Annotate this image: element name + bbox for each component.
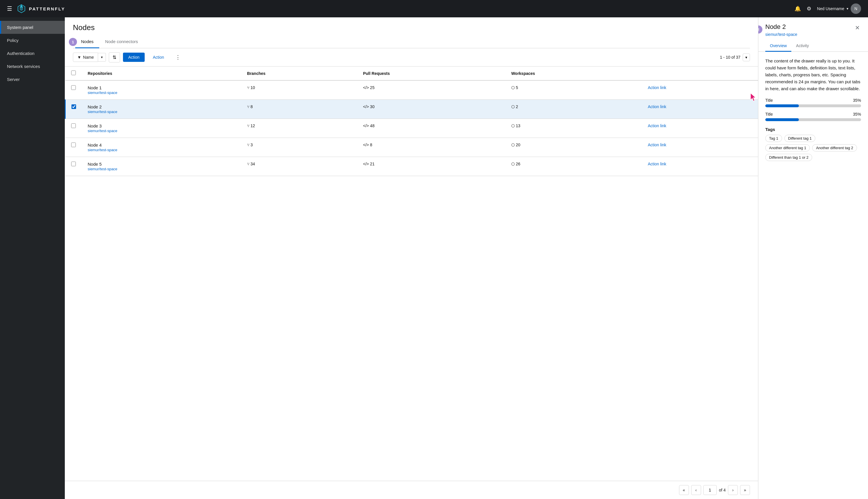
row-action-cell: Action link xyxy=(642,157,758,176)
sidebar-item-authentication[interactable]: Authentication xyxy=(0,47,65,60)
kebab-menu-button[interactable]: ⋮ xyxy=(172,52,184,63)
row-checkbox[interactable] xyxy=(71,162,76,166)
topnav-actions: 🔔 ⚙ Ned Username ▾ N xyxy=(795,3,861,14)
row-ws-cell: ⬡ 13 xyxy=(506,119,642,138)
page-number-input[interactable] xyxy=(703,485,717,495)
drawer-close-button[interactable]: ✕ xyxy=(854,23,861,32)
ws-value: ⬡ 2 xyxy=(511,105,518,109)
node-link[interactable]: siemur/test-space xyxy=(88,167,118,171)
page-title: Nodes xyxy=(73,23,750,32)
node-name: Node 2 xyxy=(88,105,236,109)
action-link[interactable]: Action link xyxy=(648,105,666,109)
sidebar-item-system-panel[interactable]: System panel xyxy=(0,21,65,34)
node-link[interactable]: siemur/test-space xyxy=(88,129,118,133)
row-checkbox-cell xyxy=(66,157,82,176)
node-name: Node 3 xyxy=(88,123,236,129)
progress-label: Title xyxy=(765,98,773,102)
sidebar-item-server[interactable]: Server xyxy=(0,73,65,86)
row-name-cell: Node 5 siemur/test-space xyxy=(82,157,241,176)
drawer-panel: 2 Node 2 siemur/test-space ✕ Overview Ac… xyxy=(758,17,868,499)
pr-value: </> 21 xyxy=(363,162,375,166)
avatar: N xyxy=(851,3,861,14)
sidebar-item-network-services[interactable]: Network services xyxy=(0,60,65,73)
tabs: Nodes Node connectors xyxy=(73,36,750,48)
progress-bar-bg xyxy=(765,105,861,107)
prev-page-button[interactable]: ‹ xyxy=(691,485,701,495)
last-page-button[interactable]: » xyxy=(740,485,750,495)
row-checkbox[interactable] xyxy=(71,143,76,147)
col-workspaces: Workspaces xyxy=(506,66,642,81)
first-page-button[interactable]: « xyxy=(679,485,689,495)
tag-chip: Another different tag 1 xyxy=(765,144,810,151)
node-link[interactable]: siemur/test-space xyxy=(88,148,118,152)
row-action-cell: Action link xyxy=(642,81,758,100)
tab-node-connectors[interactable]: Node connectors xyxy=(99,36,143,48)
filter-caret-button[interactable]: ▾ xyxy=(98,53,106,62)
avatar-text: N xyxy=(854,7,857,11)
branches-value: ⑂ 10 xyxy=(247,85,255,90)
filter-button[interactable]: ▼ Name xyxy=(73,53,98,62)
drawer-tab-activity[interactable]: Activity xyxy=(791,40,813,52)
user-menu[interactable]: Ned Username ▾ N xyxy=(817,3,861,14)
ws-value: ⬡ 5 xyxy=(511,85,518,90)
row-checkbox-cell xyxy=(66,119,82,138)
action-link[interactable]: Action link xyxy=(648,143,666,147)
row-name-cell: Node 4 siemur/test-space xyxy=(82,138,241,157)
progress-row: Title 35% xyxy=(765,112,861,121)
tag-chip: Another different tag 2 xyxy=(812,144,857,151)
row-checkbox[interactable] xyxy=(71,105,76,109)
settings-icon[interactable]: ⚙ xyxy=(807,5,811,12)
sort-button[interactable]: ⇅ xyxy=(109,52,120,62)
sidebar-item-policy[interactable]: Policy xyxy=(0,34,65,47)
next-page-button[interactable]: › xyxy=(728,485,738,495)
notification-icon[interactable]: 🔔 xyxy=(795,5,801,12)
drawer-subtitle-link[interactable]: siemur/test-space xyxy=(765,32,797,37)
table-footer: « ‹ of 4 › » xyxy=(65,481,758,499)
tag-chip: Tag 1 xyxy=(765,135,782,142)
select-all-checkbox[interactable] xyxy=(71,71,76,75)
row-pr-cell: </> 48 xyxy=(357,119,506,138)
hamburger-menu[interactable]: ☰ xyxy=(7,5,12,12)
row-action-cell: Action link xyxy=(642,119,758,138)
row-pr-cell: </> 25 xyxy=(357,81,506,100)
branches-value: ⑂ 3 xyxy=(247,143,253,147)
drawer-tab-overview[interactable]: Overview xyxy=(765,40,791,52)
node-link[interactable]: siemur/test-space xyxy=(88,90,118,95)
logo-text: PATTERNFLY xyxy=(29,7,66,11)
sidebar-item-label: System panel xyxy=(7,25,33,30)
table-row: Node 5 siemur/test-space ⑂ 34 </> 21 ⬡ 2… xyxy=(66,157,758,176)
row-checkbox[interactable] xyxy=(71,123,76,128)
pagination-options-button[interactable]: ▾ xyxy=(743,53,750,61)
sidebar-item-label: Server xyxy=(7,77,20,82)
row-checkbox[interactable] xyxy=(71,85,76,90)
row-ws-cell: ⬡ 26 xyxy=(506,157,642,176)
pr-value: </> 25 xyxy=(363,85,375,90)
pagination-text: 1 - 10 of 37 xyxy=(720,55,740,60)
node-name: Node 5 xyxy=(88,162,236,167)
row-name-cell: Node 2 siemur/test-space xyxy=(82,100,241,119)
action-link[interactable]: Action link xyxy=(648,162,666,166)
ws-value: ⬡ 26 xyxy=(511,162,520,166)
sidebar-item-label: Policy xyxy=(7,38,19,43)
table-row: Node 4 siemur/test-space ⑂ 3 </> 8 ⬡ 20 … xyxy=(66,138,758,157)
action-primary-button[interactable]: Action xyxy=(123,53,145,62)
ws-value: ⬡ 20 xyxy=(511,143,520,147)
page-header: Nodes 1 Nodes Node connectors xyxy=(65,17,758,48)
action-link[interactable]: Action link xyxy=(648,123,666,128)
row-checkbox-cell xyxy=(66,138,82,157)
row-name-cell: Node 1 siemur/test-space xyxy=(82,81,241,100)
drawer-header: Node 2 siemur/test-space ✕ xyxy=(758,17,868,37)
col-branches: Branches xyxy=(241,66,357,81)
pr-value: </> 8 xyxy=(363,143,372,147)
node-link[interactable]: siemur/test-space xyxy=(88,110,118,114)
progress-bar-fill xyxy=(765,118,799,121)
action-link[interactable]: Action link xyxy=(648,85,666,90)
node-name: Node 4 xyxy=(88,143,236,147)
row-pr-cell: </> 8 xyxy=(357,138,506,157)
step-badge-1: 1 xyxy=(69,38,77,46)
drawer-tabs: Overview Activity xyxy=(758,40,868,52)
row-pr-cell: </> 30 xyxy=(357,100,506,119)
tab-nodes[interactable]: Nodes xyxy=(75,36,99,48)
action-link-button[interactable]: Action xyxy=(147,53,169,62)
row-name-cell: Node 3 siemur/test-space xyxy=(82,119,241,138)
